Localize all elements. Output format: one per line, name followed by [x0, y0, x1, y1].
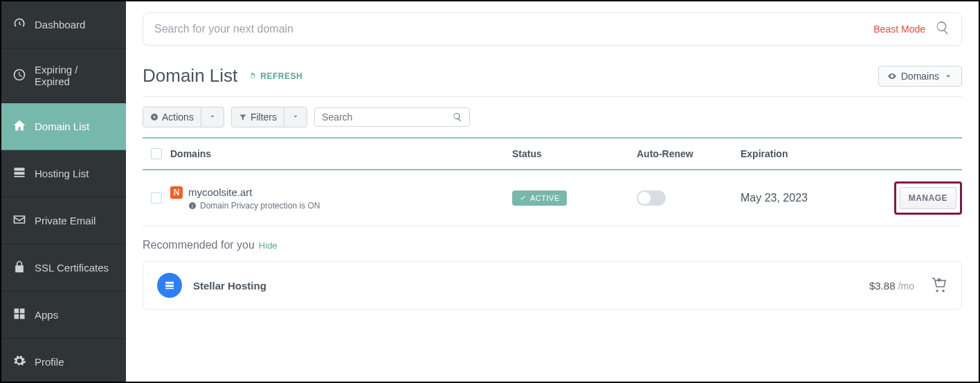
server-icon — [12, 166, 26, 181]
hosting-icon — [157, 273, 182, 298]
apps-icon — [12, 307, 26, 323]
select-all-checkbox[interactable] — [151, 148, 162, 159]
check-icon — [519, 195, 527, 202]
sidebar-item-label: Hosting List — [35, 168, 89, 179]
clock-icon — [12, 68, 26, 84]
main-content: Beast Mode Domain List REFRESH Domains — [126, 1, 979, 382]
page-title: Domain List — [143, 65, 237, 87]
domain-search-input[interactable] — [154, 23, 873, 35]
recommended-period: /mo — [898, 280, 914, 292]
sidebar-item-domain-list[interactable]: Domain List — [1, 103, 126, 150]
sidebar: Dashboard Expiring / Expired Domain List… — [1, 1, 126, 382]
sidebar-item-apps[interactable]: Apps — [1, 292, 126, 339]
table-search-input[interactable] — [322, 112, 453, 123]
manage-button[interactable]: MANAGE — [900, 187, 956, 209]
hide-recommended-link[interactable]: Hide — [259, 240, 278, 251]
sidebar-item-label: SSL Certificates — [35, 262, 109, 274]
sidebar-item-label: Expiring / Expired — [35, 64, 115, 87]
mail-icon — [12, 213, 26, 229]
refresh-icon — [248, 72, 257, 80]
table-search — [314, 107, 470, 127]
sidebar-item-label: Dashboard — [35, 19, 85, 30]
expiration-date: May 23, 2023 — [741, 192, 893, 204]
table-row: N mycoolsite.art Domain Privacy protecti… — [143, 170, 962, 226]
auto-renew-toggle[interactable] — [637, 190, 666, 206]
sidebar-item-private-email[interactable]: Private Email — [1, 197, 126, 244]
lock-icon — [12, 260, 26, 276]
caret-down-icon — [943, 71, 953, 81]
column-header-expiration[interactable]: Expiration — [741, 148, 893, 159]
column-header-auto-renew[interactable]: Auto-Renew — [637, 148, 741, 159]
status-badge: ACTIVE — [512, 190, 567, 206]
sidebar-item-dashboard[interactable]: Dashboard — [1, 1, 126, 48]
recommended-heading: Recommended for you Hide — [143, 239, 962, 251]
actions-dropdown[interactable]: Actions — [143, 107, 224, 127]
table-header: Domains Status Auto-Renew Expiration — [143, 137, 962, 170]
recommended-title[interactable]: Stellar Hosting — [193, 280, 266, 292]
toolbar: Actions Filters — [143, 107, 962, 127]
domain-name[interactable]: mycoolsite.art — [188, 186, 320, 198]
caret-down-icon — [208, 112, 217, 121]
manage-highlight: MANAGE — [894, 181, 962, 215]
sidebar-item-label: Apps — [35, 309, 58, 321]
filter-icon — [239, 113, 247, 121]
sidebar-item-label: Private Email — [35, 215, 96, 226]
domain-favicon-icon: N — [170, 186, 183, 199]
view-dropdown[interactable]: Domains — [878, 66, 962, 87]
sidebar-item-label: Profile — [35, 356, 64, 368]
sidebar-item-profile[interactable]: Profile — [1, 339, 126, 383]
search-icon[interactable] — [935, 20, 950, 38]
gauge-icon — [12, 17, 26, 33]
info-icon — [188, 202, 197, 210]
sidebar-item-expiring[interactable]: Expiring / Expired — [1, 48, 126, 103]
play-circle-icon — [150, 113, 158, 121]
privacy-note: Domain Privacy protection is ON — [188, 201, 320, 211]
recommended-card: Stellar Hosting $3.88 /mo — [143, 261, 962, 310]
add-to-cart-icon[interactable] — [931, 276, 947, 295]
filters-dropdown[interactable]: Filters — [231, 107, 307, 127]
recommended-price: $3.88 — [869, 280, 896, 292]
page-header: Domain List REFRESH Domains — [143, 65, 962, 97]
domain-search-bar: Beast Mode — [143, 12, 962, 46]
row-checkbox[interactable] — [151, 193, 162, 204]
gear-icon — [12, 354, 26, 370]
sidebar-item-label: Domain List — [35, 121, 89, 132]
refresh-button[interactable]: REFRESH — [248, 71, 302, 81]
sidebar-item-hosting-list[interactable]: Hosting List — [1, 150, 126, 197]
column-header-domain[interactable]: Domains — [170, 148, 512, 159]
beast-mode-link[interactable]: Beast Mode — [873, 24, 925, 35]
caret-down-icon — [291, 112, 300, 121]
eye-icon — [887, 71, 897, 81]
home-icon — [12, 118, 26, 134]
column-header-status[interactable]: Status — [512, 148, 637, 159]
search-icon[interactable] — [453, 112, 462, 122]
sidebar-item-ssl[interactable]: SSL Certificates — [1, 244, 126, 292]
